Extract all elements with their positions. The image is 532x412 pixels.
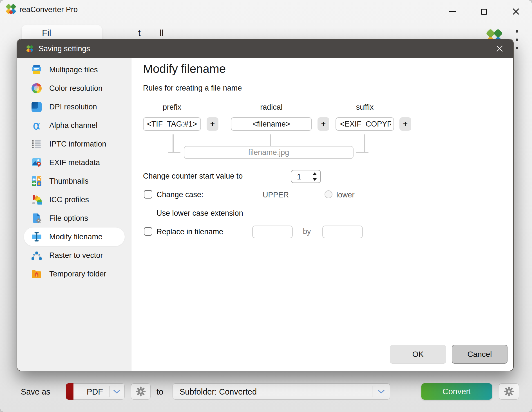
photo-location-icon (31, 157, 42, 168)
sidebar-item-label: EXIF metadata (49, 158, 100, 167)
by-label: by (303, 227, 311, 236)
add-prefix-button[interactable]: + (207, 117, 218, 131)
sidebar-item-modify-filename[interactable]: Modify filename (24, 228, 125, 246)
lower-radio-label[interactable]: lower (336, 191, 355, 199)
ok-button[interactable]: OK (390, 345, 446, 364)
window-title: reaConverter Pro (19, 5, 78, 14)
to-label: to (157, 387, 163, 397)
result-filename-text: filename.jpg (248, 148, 289, 157)
add-radical-button[interactable]: + (318, 117, 329, 131)
dialog-title: Saving settings (39, 44, 90, 53)
main-window: reaConverter Pro Fil t ll Saving setting… (0, 0, 532, 412)
lower-case-extension-label[interactable]: Use lower case extension (157, 209, 243, 218)
convert-button[interactable]: Convert (421, 383, 492, 400)
sidebar-item-file-options[interactable]: File options (24, 209, 125, 228)
replace-in-filename-checkbox[interactable] (144, 227, 152, 236)
replace-in-filename-label[interactable]: Replace in filename (157, 228, 223, 236)
multipage-files-icon (31, 64, 42, 75)
sidebar-item-icc-profiles[interactable]: ICC profiles (24, 190, 125, 209)
page-subtitle: Rules for creating a file name (143, 84, 242, 93)
prefix-input[interactable] (143, 117, 201, 131)
change-case-checkbox[interactable] (144, 190, 152, 199)
sidebar-item-exif-metadata[interactable]: EXIF metadata (24, 153, 125, 172)
upper-radio-label[interactable]: UPPER (263, 191, 289, 199)
sidebar-item-label: ICC profiles (49, 195, 89, 204)
close-button[interactable] (509, 5, 522, 18)
tiles-grid-icon (31, 176, 42, 186)
spinner-up-icon[interactable] (313, 172, 317, 175)
sidebar-item-temporary-folder[interactable]: Temporary folder (24, 265, 125, 283)
close-icon (512, 8, 520, 15)
convert-settings-button[interactable] (499, 383, 519, 400)
sidebar-item-label: Color resolution (49, 84, 102, 93)
sidebar-item-iptc-information[interactable]: IPTC information (24, 135, 125, 153)
radical-input[interactable] (231, 117, 312, 131)
dialog-logo-icon (26, 44, 34, 53)
destination-value: Subfolder: Converted (180, 387, 257, 397)
lower-radio[interactable] (325, 190, 332, 198)
background-text-fragment: Fil (42, 28, 51, 38)
sidebar-item-alpha-channel[interactable]: α Alpha channel (24, 116, 125, 135)
window-titlebar: reaConverter Pro (0, 0, 532, 18)
folder-flame-icon (31, 269, 42, 279)
pdf-format-color-icon (66, 383, 73, 400)
dpi-squares-icon (31, 102, 42, 112)
destination-dropdown[interactable]: Subfolder: Converted (173, 383, 390, 400)
cancel-button[interactable]: Cancel (452, 345, 508, 364)
text-cursor-icon (31, 231, 42, 242)
maximize-icon (481, 9, 487, 15)
format-value: PDF (81, 387, 109, 397)
settings-sidebar: Multipage files Color resolution DPI res… (17, 58, 131, 371)
change-case-label[interactable]: Change case: (157, 190, 204, 199)
sidebar-item-label: Raster to vector (49, 251, 103, 260)
connector-line (168, 152, 180, 153)
modify-filename-panel: Modify filename Rules for creating a fil… (131, 58, 513, 371)
document-gear-icon (31, 213, 42, 224)
sidebar-item-label: Thumbnails (49, 177, 89, 186)
gear-icon (136, 386, 146, 397)
minimize-button[interactable] (446, 5, 459, 18)
sidebar-item-label: File options (49, 214, 88, 223)
add-suffix-button[interactable]: + (399, 117, 411, 131)
bezier-curve-icon (31, 250, 42, 261)
list-icon (31, 139, 42, 149)
suffix-label: suffix (336, 103, 394, 112)
sidebar-item-color-resolution[interactable]: Color resolution (24, 79, 125, 98)
radical-label: radical (231, 103, 312, 112)
background-text-fragment: ll (160, 28, 164, 38)
spinner-down-icon[interactable] (313, 178, 317, 181)
gear-icon (504, 386, 514, 397)
save-as-label: Save as (21, 387, 50, 397)
replace-search-input[interactable] (252, 226, 293, 238)
sidebar-item-multipage-files[interactable]: Multipage files (24, 60, 125, 79)
sidebar-item-label: Temporary folder (49, 270, 106, 278)
result-filename-preview: filename.jpg (184, 146, 354, 159)
sidebar-item-label: Alpha channel (49, 121, 97, 130)
maximize-button[interactable] (477, 5, 490, 18)
sidebar-item-thumbnails[interactable]: Thumbnails (24, 172, 125, 190)
connector-line (173, 134, 174, 153)
menu-kebab-button[interactable] (514, 30, 519, 49)
close-icon (496, 45, 503, 52)
counter-spinner: 1 (291, 170, 321, 183)
minimize-icon (449, 11, 456, 12)
dialog-titlebar: Saving settings (17, 39, 513, 58)
background-text-fragment: t (138, 28, 141, 38)
sidebar-item-label: DPI resolution (49, 103, 97, 111)
sidebar-item-label: IPTC information (49, 140, 106, 148)
replace-with-input[interactable] (322, 226, 363, 238)
connector-line (364, 134, 365, 153)
color-wheel-icon (31, 83, 42, 94)
prefix-label: prefix (143, 103, 201, 112)
suffix-input[interactable] (336, 117, 394, 131)
format-settings-button[interactable] (131, 383, 151, 400)
format-dropdown[interactable]: PDF (66, 383, 125, 400)
dialog-close-button[interactable] (493, 43, 506, 55)
sidebar-item-dpi-resolution[interactable]: DPI resolution (24, 98, 125, 116)
sidebar-item-label: Modify filename (49, 233, 102, 241)
chevron-down-icon (377, 390, 385, 394)
connector-line (356, 152, 368, 153)
page-title: Modify filename (143, 62, 226, 76)
sidebar-item-raster-to-vector[interactable]: Raster to vector (24, 246, 125, 265)
saving-settings-dialog: Saving settings Multipage files Color re… (17, 39, 514, 371)
